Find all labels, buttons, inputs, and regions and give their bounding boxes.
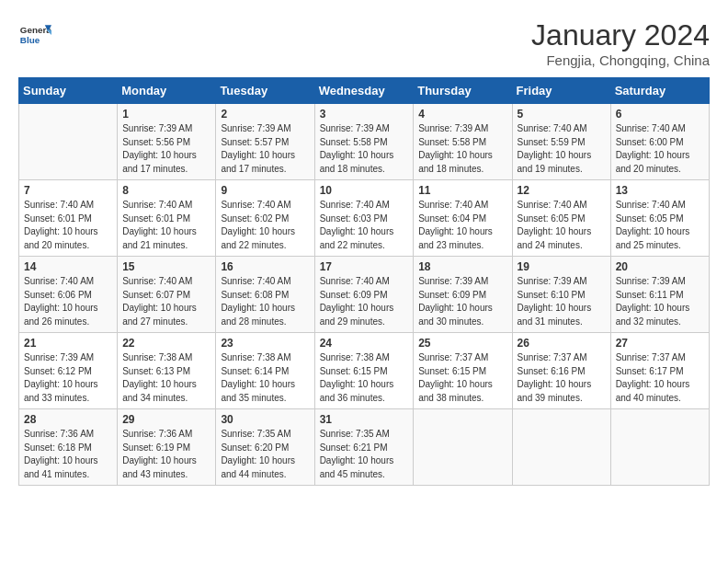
header-cell-tuesday: Tuesday bbox=[216, 78, 314, 104]
day-info: Sunrise: 7:40 AM Sunset: 6:01 PM Dayligh… bbox=[122, 199, 210, 252]
calendar-cell: 27Sunrise: 7:37 AM Sunset: 6:17 PM Dayli… bbox=[610, 333, 709, 409]
day-number: 13 bbox=[616, 184, 704, 197]
day-number: 8 bbox=[122, 184, 210, 197]
header-row: SundayMondayTuesdayWednesdayThursdayFrid… bbox=[19, 78, 710, 104]
calendar-cell: 20Sunrise: 7:39 AM Sunset: 6:11 PM Dayli… bbox=[610, 257, 709, 333]
day-number: 12 bbox=[518, 184, 606, 197]
day-info: Sunrise: 7:40 AM Sunset: 6:02 PM Dayligh… bbox=[221, 199, 309, 252]
day-number: 5 bbox=[518, 108, 606, 121]
day-info: Sunrise: 7:37 AM Sunset: 6:17 PM Dayligh… bbox=[616, 351, 704, 405]
day-info: Sunrise: 7:40 AM Sunset: 6:04 PM Dayligh… bbox=[418, 199, 506, 252]
calendar-table: SundayMondayTuesdayWednesdayThursdayFrid… bbox=[18, 77, 710, 486]
day-number: 18 bbox=[418, 260, 506, 273]
day-number: 14 bbox=[24, 260, 112, 273]
calendar-week-3: 14Sunrise: 7:40 AM Sunset: 6:06 PM Dayli… bbox=[19, 257, 710, 333]
day-number: 25 bbox=[418, 337, 506, 350]
day-info: Sunrise: 7:40 AM Sunset: 6:05 PM Dayligh… bbox=[616, 199, 704, 252]
calendar-header: SundayMondayTuesdayWednesdayThursdayFrid… bbox=[19, 78, 710, 104]
title-block: January 2024 Fengjia, Chongqing, China bbox=[531, 18, 710, 68]
day-number: 2 bbox=[221, 108, 309, 121]
calendar-cell: 22Sunrise: 7:38 AM Sunset: 6:13 PM Dayli… bbox=[118, 333, 216, 409]
calendar-cell: 17Sunrise: 7:40 AM Sunset: 6:09 PM Dayli… bbox=[314, 257, 414, 333]
day-number: 19 bbox=[518, 260, 606, 273]
day-number: 30 bbox=[221, 413, 309, 426]
day-info: Sunrise: 7:40 AM Sunset: 6:00 PM Dayligh… bbox=[616, 122, 704, 176]
logo: General Blue bbox=[18, 18, 51, 52]
calendar-week-4: 21Sunrise: 7:39 AM Sunset: 6:12 PM Dayli… bbox=[19, 333, 710, 409]
header-cell-wednesday: Wednesday bbox=[314, 78, 414, 104]
day-info: Sunrise: 7:36 AM Sunset: 6:19 PM Dayligh… bbox=[122, 428, 210, 481]
subtitle: Fengjia, Chongqing, China bbox=[531, 52, 710, 68]
day-info: Sunrise: 7:40 AM Sunset: 6:01 PM Dayligh… bbox=[24, 199, 112, 252]
day-info: Sunrise: 7:40 AM Sunset: 6:05 PM Dayligh… bbox=[518, 199, 606, 252]
day-info: Sunrise: 7:39 AM Sunset: 5:57 PM Dayligh… bbox=[221, 122, 309, 176]
day-info: Sunrise: 7:37 AM Sunset: 6:15 PM Dayligh… bbox=[418, 351, 506, 405]
page-header: General Blue January 2024 Fengjia, Chong… bbox=[18, 18, 710, 68]
calendar-cell: 19Sunrise: 7:39 AM Sunset: 6:10 PM Dayli… bbox=[512, 257, 610, 333]
calendar-cell: 1Sunrise: 7:39 AM Sunset: 5:56 PM Daylig… bbox=[118, 104, 216, 180]
day-info: Sunrise: 7:35 AM Sunset: 6:20 PM Dayligh… bbox=[221, 428, 309, 481]
day-info: Sunrise: 7:40 AM Sunset: 6:03 PM Dayligh… bbox=[320, 199, 409, 252]
calendar-week-2: 7Sunrise: 7:40 AM Sunset: 6:01 PM Daylig… bbox=[19, 180, 710, 257]
calendar-cell: 24Sunrise: 7:38 AM Sunset: 6:15 PM Dayli… bbox=[314, 333, 414, 409]
logo-icon: General Blue bbox=[18, 18, 51, 52]
day-info: Sunrise: 7:39 AM Sunset: 5:58 PM Dayligh… bbox=[320, 122, 409, 176]
day-info: Sunrise: 7:40 AM Sunset: 6:08 PM Dayligh… bbox=[221, 275, 309, 328]
calendar-cell bbox=[610, 409, 709, 486]
day-number: 3 bbox=[320, 108, 409, 121]
calendar-cell: 23Sunrise: 7:38 AM Sunset: 6:14 PM Dayli… bbox=[216, 333, 314, 409]
day-number: 23 bbox=[221, 337, 309, 350]
calendar-cell: 4Sunrise: 7:39 AM Sunset: 5:58 PM Daylig… bbox=[414, 104, 512, 180]
calendar-cell: 31Sunrise: 7:35 AM Sunset: 6:21 PM Dayli… bbox=[314, 409, 414, 486]
day-number: 4 bbox=[418, 108, 506, 121]
day-number: 29 bbox=[122, 413, 210, 426]
header-cell-monday: Monday bbox=[118, 78, 216, 104]
day-info: Sunrise: 7:39 AM Sunset: 6:10 PM Dayligh… bbox=[518, 275, 606, 328]
calendar-cell bbox=[512, 409, 610, 486]
calendar-cell: 21Sunrise: 7:39 AM Sunset: 6:12 PM Dayli… bbox=[19, 333, 118, 409]
calendar-cell: 6Sunrise: 7:40 AM Sunset: 6:00 PM Daylig… bbox=[610, 104, 709, 180]
day-number: 22 bbox=[122, 337, 210, 350]
calendar-cell: 3Sunrise: 7:39 AM Sunset: 5:58 PM Daylig… bbox=[314, 104, 414, 180]
day-info: Sunrise: 7:39 AM Sunset: 5:58 PM Dayligh… bbox=[418, 122, 506, 176]
day-info: Sunrise: 7:38 AM Sunset: 6:14 PM Dayligh… bbox=[221, 351, 309, 405]
calendar-cell: 2Sunrise: 7:39 AM Sunset: 5:57 PM Daylig… bbox=[216, 104, 314, 180]
day-number: 26 bbox=[518, 337, 606, 350]
calendar-cell: 10Sunrise: 7:40 AM Sunset: 6:03 PM Dayli… bbox=[314, 180, 414, 257]
calendar-cell: 7Sunrise: 7:40 AM Sunset: 6:01 PM Daylig… bbox=[19, 180, 118, 257]
day-info: Sunrise: 7:36 AM Sunset: 6:18 PM Dayligh… bbox=[24, 428, 112, 481]
calendar-week-1: 1Sunrise: 7:39 AM Sunset: 5:56 PM Daylig… bbox=[19, 104, 710, 180]
day-number: 6 bbox=[616, 108, 704, 121]
day-number: 31 bbox=[320, 413, 409, 426]
day-info: Sunrise: 7:39 AM Sunset: 6:11 PM Dayligh… bbox=[616, 275, 704, 328]
calendar-cell: 5Sunrise: 7:40 AM Sunset: 5:59 PM Daylig… bbox=[512, 104, 610, 180]
calendar-cell: 16Sunrise: 7:40 AM Sunset: 6:08 PM Dayli… bbox=[216, 257, 314, 333]
day-info: Sunrise: 7:37 AM Sunset: 6:16 PM Dayligh… bbox=[518, 351, 606, 405]
day-number: 1 bbox=[122, 108, 210, 121]
day-info: Sunrise: 7:38 AM Sunset: 6:13 PM Dayligh… bbox=[122, 351, 210, 405]
calendar-week-5: 28Sunrise: 7:36 AM Sunset: 6:18 PM Dayli… bbox=[19, 409, 710, 486]
day-number: 17 bbox=[320, 260, 409, 273]
calendar-cell bbox=[414, 409, 512, 486]
day-info: Sunrise: 7:40 AM Sunset: 6:07 PM Dayligh… bbox=[122, 275, 210, 328]
day-number: 20 bbox=[616, 260, 704, 273]
calendar-cell: 29Sunrise: 7:36 AM Sunset: 6:19 PM Dayli… bbox=[118, 409, 216, 486]
day-number: 24 bbox=[320, 337, 409, 350]
svg-text:Blue: Blue bbox=[20, 35, 40, 45]
calendar-cell: 25Sunrise: 7:37 AM Sunset: 6:15 PM Dayli… bbox=[414, 333, 512, 409]
day-number: 7 bbox=[24, 184, 112, 197]
calendar-body: 1Sunrise: 7:39 AM Sunset: 5:56 PM Daylig… bbox=[19, 104, 710, 486]
calendar-cell: 15Sunrise: 7:40 AM Sunset: 6:07 PM Dayli… bbox=[118, 257, 216, 333]
day-number: 11 bbox=[418, 184, 506, 197]
day-number: 9 bbox=[221, 184, 309, 197]
day-number: 15 bbox=[122, 260, 210, 273]
header-cell-friday: Friday bbox=[512, 78, 610, 104]
day-info: Sunrise: 7:39 AM Sunset: 5:56 PM Dayligh… bbox=[122, 122, 210, 176]
day-info: Sunrise: 7:35 AM Sunset: 6:21 PM Dayligh… bbox=[320, 428, 409, 481]
calendar-cell: 8Sunrise: 7:40 AM Sunset: 6:01 PM Daylig… bbox=[118, 180, 216, 257]
day-number: 16 bbox=[221, 260, 309, 273]
day-number: 27 bbox=[616, 337, 704, 350]
calendar-cell: 26Sunrise: 7:37 AM Sunset: 6:16 PM Dayli… bbox=[512, 333, 610, 409]
calendar-cell: 11Sunrise: 7:40 AM Sunset: 6:04 PM Dayli… bbox=[414, 180, 512, 257]
day-number: 21 bbox=[24, 337, 112, 350]
